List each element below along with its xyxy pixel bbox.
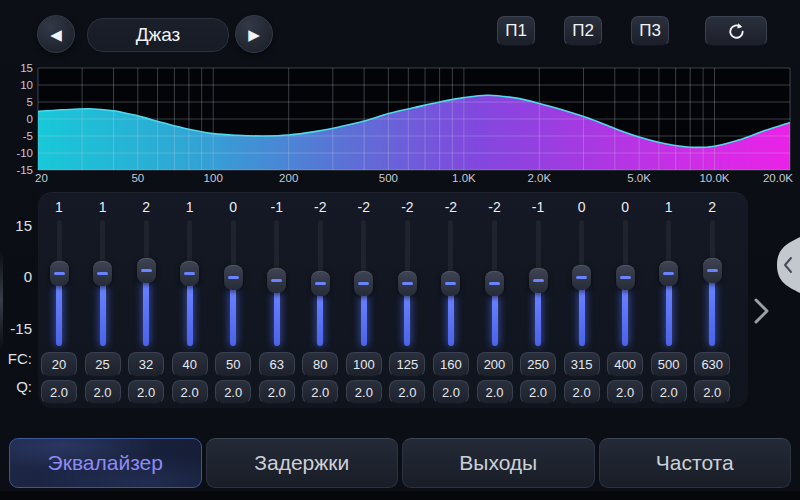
band-630-fc-button[interactable]: 630 xyxy=(694,352,730,377)
band-100-slider-fill xyxy=(361,294,367,346)
preset-slot-3-button[interactable]: П3 xyxy=(631,16,669,46)
band-200-q-button[interactable]: 2.0 xyxy=(477,380,513,404)
band-32-slider-thumb[interactable] xyxy=(137,258,156,283)
band-80-q-button[interactable]: 2.0 xyxy=(302,380,338,404)
band-630-gain-value: 2 xyxy=(690,199,734,215)
y-axis-tick-label: 5 xyxy=(27,96,33,108)
band-80-slider-thumb[interactable] xyxy=(311,271,330,296)
band-40-q-button[interactable]: 2.0 xyxy=(172,380,208,404)
band-63-q-button[interactable]: 2.0 xyxy=(259,380,295,404)
band-25-q-button[interactable]: 2.0 xyxy=(85,380,121,404)
preset-slot-2-button[interactable]: П2 xyxy=(564,16,602,46)
band-32-fc-button[interactable]: 32 xyxy=(128,352,164,377)
band-500-q-button[interactable]: 2.0 xyxy=(651,380,687,404)
band-315-fc-button[interactable]: 315 xyxy=(564,352,600,377)
x-axis-tick-label: 20 xyxy=(35,172,48,184)
band-50-fc-button[interactable]: 50 xyxy=(215,352,251,377)
band-25-slider-thumb[interactable] xyxy=(93,261,112,286)
band-160-fc-button[interactable]: 160 xyxy=(433,352,469,377)
tab-outputs[interactable]: Выходы xyxy=(402,438,595,488)
band-63-slider-thumb[interactable] xyxy=(267,268,286,293)
left-edge-highlight xyxy=(0,250,3,350)
scroll-right-chevron[interactable] xyxy=(752,297,772,325)
tab-equalizer[interactable]: Эквалайзер xyxy=(9,438,202,488)
band-400-q-button[interactable]: 2.0 xyxy=(607,380,643,404)
band-20-slider-fill xyxy=(56,284,62,346)
band-25-fc-button[interactable]: 25 xyxy=(85,352,121,377)
band-63-fc-button[interactable]: 63 xyxy=(259,352,295,377)
band-315-slider-thumb[interactable] xyxy=(572,265,591,290)
preset-name-label: Джаз xyxy=(136,24,181,46)
band-250-thumb-mark xyxy=(533,279,544,282)
tab-delays[interactable]: Задержки xyxy=(206,438,399,488)
fc-row-label: FC: xyxy=(0,351,32,367)
band-125-fc-button[interactable]: 125 xyxy=(389,352,425,377)
band-630-thumb-mark xyxy=(707,269,718,272)
preset-next-button[interactable]: ▶ xyxy=(235,15,273,53)
band-500-fc-button[interactable]: 500 xyxy=(651,352,687,377)
band-100-q-button[interactable]: 2.0 xyxy=(346,380,382,404)
band-20-fc-button[interactable]: 20 xyxy=(41,352,77,377)
band-250-gain-value: -1 xyxy=(516,199,560,215)
reset-icon xyxy=(727,22,746,41)
band-80-fc-button[interactable]: 80 xyxy=(302,352,338,377)
band-315-slider-fill xyxy=(579,287,585,346)
band-630-slider-thumb[interactable] xyxy=(703,258,722,283)
band-100-gain-value: -2 xyxy=(342,199,386,215)
right-arrow-icon: ▶ xyxy=(248,27,260,42)
band-315-q-button[interactable]: 2.0 xyxy=(564,380,600,404)
band-100-thumb-mark xyxy=(358,282,369,285)
band-32-q-button[interactable]: 2.0 xyxy=(128,380,164,404)
band-40-slider-thumb[interactable] xyxy=(180,261,199,286)
left-arrow-icon: ◀ xyxy=(50,27,62,42)
preset-slot-buttons: П1П2П3 xyxy=(497,16,669,46)
reset-button[interactable] xyxy=(705,16,767,46)
band-250-slider-thumb[interactable] xyxy=(529,268,548,293)
band-32-gain-value: 2 xyxy=(124,199,168,215)
band-80-gain-value: -2 xyxy=(298,199,342,215)
preset-name-display[interactable]: Джаз xyxy=(87,18,229,52)
band-50-q-button[interactable]: 2.0 xyxy=(215,380,251,404)
band-40-fc-button[interactable]: 40 xyxy=(172,352,208,377)
band-500-slider-thumb[interactable] xyxy=(659,261,678,286)
band-25-slider-fill xyxy=(100,284,106,346)
band-50-thumb-mark xyxy=(228,276,239,279)
band-160-slider-thumb[interactable] xyxy=(441,271,460,296)
band-160-slider-fill xyxy=(448,294,454,346)
band-400-slider-thumb[interactable] xyxy=(616,265,635,290)
band-50-slider-thumb[interactable] xyxy=(224,265,243,290)
band-125-q-button[interactable]: 2.0 xyxy=(389,380,425,404)
preset-slot-1-button[interactable]: П1 xyxy=(497,16,535,46)
x-axis-tick-label: 50 xyxy=(131,172,144,184)
band-200-fc-button[interactable]: 200 xyxy=(477,352,513,377)
band-315-thumb-mark xyxy=(576,276,587,279)
band-125-slider-thumb[interactable] xyxy=(398,271,417,296)
band-400-fc-button[interactable]: 400 xyxy=(607,352,643,377)
x-axis-tick-label: 5.0K xyxy=(627,172,651,184)
band-250-q-button[interactable]: 2.0 xyxy=(520,380,556,404)
x-axis-tick-label: 500 xyxy=(379,172,398,184)
band-63-thumb-mark xyxy=(271,279,282,282)
band-500-slider-fill xyxy=(666,284,672,346)
band-315-gain-value: 0 xyxy=(560,199,604,215)
bottom-tab-bar: ЭквалайзерЗадержкиВыходыЧастота xyxy=(9,438,791,488)
preset-prev-button[interactable]: ◀ xyxy=(37,15,75,53)
band-100-slider-thumb[interactable] xyxy=(354,271,373,296)
band-20-q-button[interactable]: 2.0 xyxy=(41,380,77,404)
y-axis-tick-label: -10 xyxy=(16,147,33,159)
x-axis-tick-label: 20.0K xyxy=(763,172,793,184)
band-400-slider-fill xyxy=(622,287,628,346)
x-axis-tick-label: 1.0K xyxy=(452,172,476,184)
band-125-gain-value: -2 xyxy=(385,199,429,215)
band-20-slider-thumb[interactable] xyxy=(50,261,69,286)
band-100-fc-button[interactable]: 100 xyxy=(346,352,382,377)
tab-frequency[interactable]: Частота xyxy=(599,438,792,488)
band-160-q-button[interactable]: 2.0 xyxy=(433,380,469,404)
band-160-gain-value: -2 xyxy=(429,199,473,215)
band-20-thumb-mark xyxy=(54,272,65,275)
band-160-thumb-mark xyxy=(445,282,456,285)
side-drawer-handle[interactable] xyxy=(777,237,800,293)
band-250-fc-button[interactable]: 250 xyxy=(520,352,556,377)
band-200-slider-thumb[interactable] xyxy=(485,271,504,296)
band-630-q-button[interactable]: 2.0 xyxy=(694,380,730,404)
